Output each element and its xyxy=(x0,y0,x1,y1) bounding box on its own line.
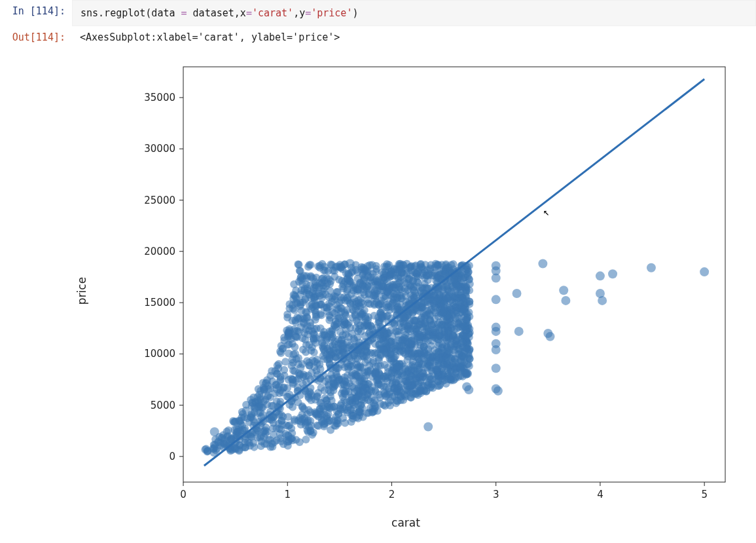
svg-point-2434 xyxy=(492,327,501,336)
svg-line-2462 xyxy=(204,79,704,466)
svg-point-2267 xyxy=(281,358,289,365)
svg-point-2305 xyxy=(344,345,351,352)
svg-point-2314 xyxy=(461,322,469,330)
svg-point-2397 xyxy=(291,291,298,299)
svg-point-2411 xyxy=(456,364,464,372)
svg-point-2293 xyxy=(319,352,327,360)
svg-point-2368 xyxy=(318,280,326,288)
svg-point-2427 xyxy=(394,274,402,282)
svg-point-2422 xyxy=(318,260,326,268)
output-cell: Out[114]: <AxesSubplot:xlabel='carat', y… xyxy=(0,26,756,48)
svg-point-2177 xyxy=(223,428,230,436)
code-input[interactable]: sns.regplot(data = dataset,x='carat',y='… xyxy=(72,0,756,26)
svg-point-2322 xyxy=(386,286,393,293)
svg-point-1099 xyxy=(307,261,315,269)
svg-point-2093 xyxy=(297,302,304,310)
svg-point-2437 xyxy=(492,364,501,373)
svg-point-2109 xyxy=(384,399,392,407)
svg-point-2364 xyxy=(293,355,300,363)
svg-point-2442 xyxy=(538,259,547,269)
svg-point-2369 xyxy=(361,283,369,291)
svg-point-2341 xyxy=(331,417,338,424)
svg-point-2417 xyxy=(357,303,365,310)
svg-point-2367 xyxy=(425,379,433,387)
svg-point-1430 xyxy=(303,410,311,418)
svg-point-2336 xyxy=(340,406,348,414)
svg-point-2258 xyxy=(393,373,401,381)
svg-point-2089 xyxy=(297,417,304,425)
svg-point-2359 xyxy=(401,288,409,295)
svg-point-2141 xyxy=(259,379,267,387)
svg-point-2456 xyxy=(283,432,292,441)
svg-point-2291 xyxy=(214,438,222,445)
svg-point-2365 xyxy=(416,308,423,316)
svg-point-1792 xyxy=(256,434,264,441)
svg-text:1: 1 xyxy=(284,489,291,500)
svg-point-2001 xyxy=(289,375,297,383)
svg-point-1737 xyxy=(372,268,380,276)
svg-point-2349 xyxy=(339,414,347,422)
svg-point-2215 xyxy=(369,359,377,367)
svg-point-2193 xyxy=(365,409,372,417)
svg-point-2239 xyxy=(331,403,338,411)
svg-point-2424 xyxy=(309,303,317,311)
svg-point-2376 xyxy=(412,374,420,382)
svg-point-1952 xyxy=(300,329,308,337)
svg-point-2375 xyxy=(393,290,401,297)
svg-point-2122 xyxy=(319,345,327,352)
svg-point-1964 xyxy=(307,427,315,435)
svg-point-2372 xyxy=(414,326,422,334)
svg-point-2362 xyxy=(447,288,455,296)
svg-point-2428 xyxy=(365,323,372,331)
svg-point-2446 xyxy=(561,296,570,305)
svg-point-2275 xyxy=(399,336,407,344)
svg-text:35000: 35000 xyxy=(144,92,175,103)
svg-point-1307 xyxy=(268,443,276,451)
svg-point-2169 xyxy=(341,309,349,316)
svg-point-2348 xyxy=(283,384,291,392)
svg-point-1441 xyxy=(283,310,291,318)
svg-point-2186 xyxy=(344,286,351,294)
svg-text:5: 5 xyxy=(701,489,708,500)
svg-point-2195 xyxy=(311,294,319,302)
svg-point-2396 xyxy=(434,295,442,303)
svg-point-2439 xyxy=(494,386,503,396)
svg-point-2228 xyxy=(405,320,413,328)
svg-text:0: 0 xyxy=(169,451,175,462)
y-axis-label: price xyxy=(75,277,88,305)
svg-point-2333 xyxy=(450,346,458,354)
svg-point-2324 xyxy=(371,288,379,295)
svg-point-2344 xyxy=(342,399,350,407)
svg-point-2410 xyxy=(378,281,386,289)
svg-point-1904 xyxy=(329,326,336,334)
svg-point-2399 xyxy=(355,373,363,381)
output-prompt: Out[114]: xyxy=(0,26,72,48)
svg-point-2209 xyxy=(449,333,457,341)
svg-point-2449 xyxy=(596,271,605,280)
svg-point-2269 xyxy=(465,347,473,355)
svg-point-2415 xyxy=(380,337,387,345)
svg-point-2299 xyxy=(460,306,468,314)
svg-point-2352 xyxy=(321,419,329,427)
svg-point-2312 xyxy=(395,260,403,268)
svg-point-2319 xyxy=(334,288,342,296)
svg-point-2440 xyxy=(513,289,522,298)
svg-point-2174 xyxy=(417,341,425,349)
input-cell: In [114]: sns.regplot(data = dataset,x='… xyxy=(0,0,756,26)
svg-text:0: 0 xyxy=(180,489,187,500)
svg-point-2400 xyxy=(431,269,439,277)
svg-point-2280 xyxy=(323,333,331,341)
svg-point-1929 xyxy=(263,401,271,409)
svg-point-2329 xyxy=(409,348,417,356)
svg-point-2389 xyxy=(422,388,430,396)
svg-point-2176 xyxy=(302,348,310,356)
svg-point-2459 xyxy=(272,384,281,394)
svg-point-2425 xyxy=(275,411,283,419)
svg-point-2219 xyxy=(405,370,412,378)
svg-point-2236 xyxy=(389,384,397,392)
svg-text:10000: 10000 xyxy=(144,348,175,360)
svg-point-1456 xyxy=(289,367,297,375)
svg-point-2404 xyxy=(285,330,293,338)
svg-point-2448 xyxy=(598,296,607,305)
svg-point-2259 xyxy=(465,268,473,276)
